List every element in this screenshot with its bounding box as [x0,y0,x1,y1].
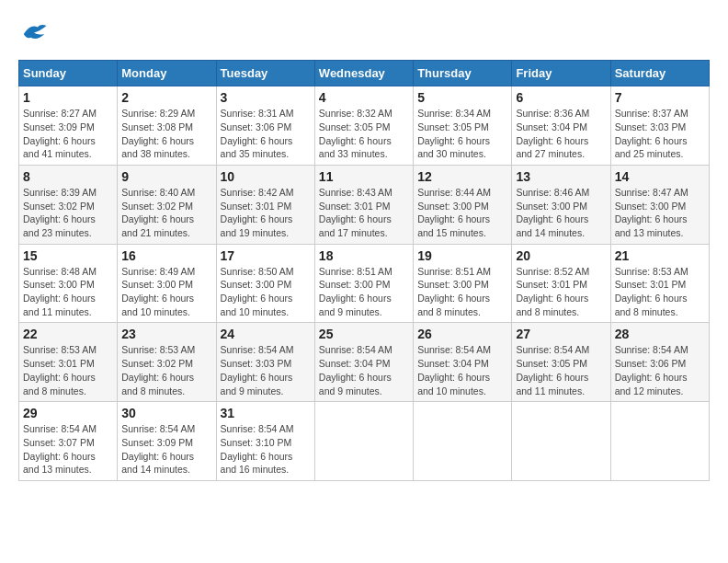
calendar-cell: 15Sunrise: 8:48 AMSunset: 3:00 PMDayligh… [19,244,118,323]
day-number: 4 [319,90,409,105]
calendar-cell: 23Sunrise: 8:53 AMSunset: 3:02 PMDayligh… [118,323,216,402]
day-detail: Sunrise: 8:46 AMSunset: 3:00 PMDaylight:… [516,187,589,238]
calendar-cell: 21Sunrise: 8:53 AMSunset: 3:01 PMDayligh… [610,244,709,323]
day-number: 1 [23,90,113,105]
day-number: 30 [121,406,211,420]
calendar-cell: 7Sunrise: 8:37 AMSunset: 3:03 PMDaylight… [610,86,709,166]
day-number: 26 [417,327,507,341]
day-detail: Sunrise: 8:42 AMSunset: 3:01 PMDaylight:… [221,187,294,238]
day-number: 3 [221,90,311,105]
calendar-week-row: 29Sunrise: 8:54 AMSunset: 3:07 PMDayligh… [19,402,710,481]
day-number: 20 [516,248,606,263]
day-detail: Sunrise: 8:37 AMSunset: 3:03 PMDaylight:… [615,108,688,159]
day-number: 16 [121,248,211,263]
calendar-cell: 20Sunrise: 8:52 AMSunset: 3:01 PMDayligh… [512,244,610,323]
day-detail: Sunrise: 8:36 AMSunset: 3:04 PMDaylight:… [516,108,589,159]
day-detail: Sunrise: 8:54 AMSunset: 3:04 PMDaylight:… [417,344,491,396]
calendar-cell: 8Sunrise: 8:39 AMSunset: 3:02 PMDaylight… [19,165,118,244]
calendar-cell: 18Sunrise: 8:51 AMSunset: 3:00 PMDayligh… [314,244,413,323]
day-number: 8 [23,169,113,184]
day-detail: Sunrise: 8:51 AMSunset: 3:00 PMDaylight:… [319,266,392,317]
calendar-cell: 6Sunrise: 8:36 AMSunset: 3:04 PMDaylight… [512,86,610,166]
day-detail: Sunrise: 8:27 AMSunset: 3:09 PMDaylight:… [23,108,97,159]
day-detail: Sunrise: 8:53 AMSunset: 3:01 PMDaylight:… [23,344,97,396]
calendar-cell [512,402,610,481]
day-detail: Sunrise: 8:54 AMSunset: 3:06 PMDaylight:… [615,344,688,396]
calendar-week-row: 22Sunrise: 8:53 AMSunset: 3:01 PMDayligh… [19,323,710,402]
day-detail: Sunrise: 8:54 AMSunset: 3:05 PMDaylight:… [516,344,589,396]
day-number: 10 [221,169,311,184]
calendar-cell: 14Sunrise: 8:47 AMSunset: 3:00 PMDayligh… [610,165,709,244]
calendar-cell: 11Sunrise: 8:43 AMSunset: 3:01 PMDayligh… [314,165,413,244]
day-detail: Sunrise: 8:54 AMSunset: 3:03 PMDaylight:… [221,344,294,396]
calendar-cell: 4Sunrise: 8:32 AMSunset: 3:05 PMDaylight… [314,86,413,166]
calendar-week-row: 15Sunrise: 8:48 AMSunset: 3:00 PMDayligh… [19,244,710,323]
day-number: 24 [221,327,311,341]
page-header [18,18,710,51]
calendar-cell: 1Sunrise: 8:27 AMSunset: 3:09 PMDaylight… [19,86,118,166]
day-number: 22 [23,327,113,341]
day-detail: Sunrise: 8:54 AMSunset: 3:10 PMDaylight:… [221,423,294,475]
day-number: 17 [221,248,311,263]
calendar-cell: 5Sunrise: 8:34 AMSunset: 3:05 PMDaylight… [414,86,512,166]
day-number: 25 [319,327,409,341]
day-number: 23 [121,327,211,341]
day-number: 7 [615,90,705,105]
day-number: 21 [615,248,705,263]
calendar-cell: 26Sunrise: 8:54 AMSunset: 3:04 PMDayligh… [414,323,512,402]
day-number: 18 [319,248,409,263]
weekday-header-sunday: Sunday [19,61,118,86]
day-number: 29 [23,406,113,420]
day-number: 12 [417,169,507,184]
calendar-cell: 27Sunrise: 8:54 AMSunset: 3:05 PMDayligh… [512,323,610,402]
day-number: 2 [121,90,211,105]
calendar-cell: 19Sunrise: 8:51 AMSunset: 3:00 PMDayligh… [414,244,512,323]
weekday-header-tuesday: Tuesday [216,61,314,86]
day-detail: Sunrise: 8:32 AMSunset: 3:05 PMDaylight:… [319,108,392,159]
weekday-header-row: SundayMondayTuesdayWednesdayThursdayFrid… [19,61,710,86]
day-detail: Sunrise: 8:48 AMSunset: 3:00 PMDaylight:… [23,266,97,317]
calendar-cell [610,402,709,481]
day-detail: Sunrise: 8:53 AMSunset: 3:01 PMDaylight:… [615,266,688,317]
day-number: 5 [417,90,507,105]
day-number: 31 [221,406,311,420]
day-detail: Sunrise: 8:54 AMSunset: 3:07 PMDaylight:… [23,423,97,475]
day-detail: Sunrise: 8:47 AMSunset: 3:00 PMDaylight:… [615,187,688,238]
day-number: 11 [319,169,409,184]
calendar-cell: 29Sunrise: 8:54 AMSunset: 3:07 PMDayligh… [19,402,118,481]
calendar-cell: 12Sunrise: 8:44 AMSunset: 3:00 PMDayligh… [414,165,512,244]
weekday-header-wednesday: Wednesday [314,61,413,86]
weekday-header-monday: Monday [118,61,216,86]
calendar-cell: 30Sunrise: 8:54 AMSunset: 3:09 PMDayligh… [118,402,216,481]
calendar-week-row: 8Sunrise: 8:39 AMSunset: 3:02 PMDaylight… [19,165,710,244]
day-detail: Sunrise: 8:44 AMSunset: 3:00 PMDaylight:… [417,187,491,238]
calendar-cell [414,402,512,481]
calendar-cell: 16Sunrise: 8:49 AMSunset: 3:00 PMDayligh… [118,244,216,323]
day-detail: Sunrise: 8:43 AMSunset: 3:01 PMDaylight:… [319,187,392,238]
calendar-week-row: 1Sunrise: 8:27 AMSunset: 3:09 PMDaylight… [19,86,710,166]
calendar-cell: 22Sunrise: 8:53 AMSunset: 3:01 PMDayligh… [19,323,118,402]
calendar-cell: 2Sunrise: 8:29 AMSunset: 3:08 PMDaylight… [118,86,216,166]
calendar-cell: 25Sunrise: 8:54 AMSunset: 3:04 PMDayligh… [314,323,413,402]
calendar-cell: 28Sunrise: 8:54 AMSunset: 3:06 PMDayligh… [610,323,709,402]
calendar-cell [314,402,413,481]
day-detail: Sunrise: 8:31 AMSunset: 3:06 PMDaylight:… [221,108,294,159]
day-number: 15 [23,248,113,263]
day-number: 9 [121,169,211,184]
calendar-table: SundayMondayTuesdayWednesdayThursdayFrid… [18,60,710,481]
day-detail: Sunrise: 8:53 AMSunset: 3:02 PMDaylight:… [121,344,195,396]
day-detail: Sunrise: 8:54 AMSunset: 3:09 PMDaylight:… [121,423,195,475]
calendar-cell: 10Sunrise: 8:42 AMSunset: 3:01 PMDayligh… [216,165,314,244]
day-detail: Sunrise: 8:29 AMSunset: 3:08 PMDaylight:… [121,108,195,159]
day-number: 19 [417,248,507,263]
calendar-cell: 17Sunrise: 8:50 AMSunset: 3:00 PMDayligh… [216,244,314,323]
day-number: 13 [516,169,606,184]
day-number: 27 [516,327,606,341]
day-detail: Sunrise: 8:51 AMSunset: 3:00 PMDaylight:… [417,266,491,317]
day-detail: Sunrise: 8:54 AMSunset: 3:04 PMDaylight:… [319,344,392,396]
day-detail: Sunrise: 8:39 AMSunset: 3:02 PMDaylight:… [23,187,97,238]
day-detail: Sunrise: 8:49 AMSunset: 3:00 PMDaylight:… [121,266,195,317]
weekday-header-saturday: Saturday [610,61,709,86]
day-detail: Sunrise: 8:40 AMSunset: 3:02 PMDaylight:… [121,187,195,238]
weekday-header-friday: Friday [512,61,610,86]
